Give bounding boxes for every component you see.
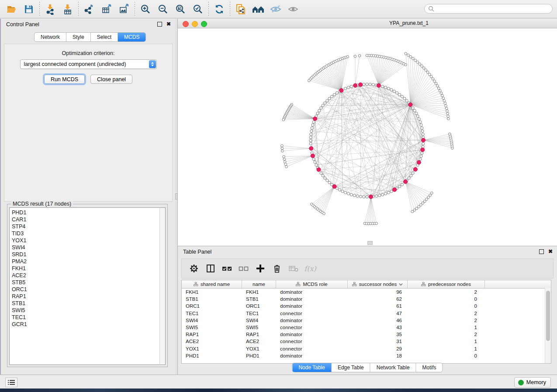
column-header-mcds-role[interactable]: MCDS role	[276, 280, 348, 288]
table-row[interactable]: SWI4 SWI4 dominator 46 2	[182, 317, 551, 324]
network-canvas[interactable]	[178, 28, 557, 245]
unchecked-boxes-icon	[238, 264, 249, 273]
mcds-node-label[interactable]: TEC1	[12, 314, 160, 321]
mcds-node-label[interactable]: GCR1	[12, 321, 160, 328]
mcds-node-label[interactable]: PHD1	[12, 209, 160, 216]
cell-successor-nodes: 61	[348, 303, 408, 309]
cell-shared-name: RAP1	[182, 332, 242, 337]
trash-icon	[272, 264, 282, 273]
table-settings-button[interactable]	[187, 261, 201, 276]
table-row[interactable]: PHD1 PHD1 dominator 18 0	[182, 352, 551, 359]
cell-name: RAP1	[242, 332, 276, 337]
delete-columns-button[interactable]	[270, 261, 284, 276]
mcds-node-label[interactable]: STB1	[12, 300, 160, 307]
cell-successor-nodes: 31	[348, 339, 408, 344]
table-scrollbar[interactable]	[545, 288, 551, 363]
column-header-shared-name[interactable]: shared name	[182, 280, 242, 288]
table-row[interactable]: RAP1 RAP1 dominator 35 2	[182, 331, 551, 338]
sort-descending-icon	[399, 283, 403, 286]
show-graphics-details-button[interactable]	[284, 1, 302, 17]
tab-select[interactable]: Select	[91, 33, 118, 41]
mcds-node-label[interactable]: TID3	[12, 230, 160, 237]
cell-shared-name: ORC1	[182, 303, 242, 309]
show-columns-button[interactable]	[204, 261, 218, 276]
table-row[interactable]: TEC1 TEC1 connector 47 2	[182, 310, 551, 317]
search-input[interactable]	[436, 5, 549, 12]
network-canvas-svg[interactable]	[178, 28, 557, 245]
table-row[interactable]: STB1 STB1 dominator 62 0	[182, 296, 551, 303]
duplicate-network-button[interactable]	[232, 1, 249, 17]
task-history-button[interactable]	[5, 378, 17, 387]
close-panel-icon[interactable]: ✖	[166, 21, 171, 27]
run-mcds-button[interactable]: Run MCDS	[44, 75, 85, 84]
table-panel-title: Table Panel	[183, 249, 211, 255]
cell-successor-nodes: 46	[348, 318, 408, 323]
cell-shared-name: SWI4	[182, 318, 242, 323]
delete-table-button[interactable]	[287, 261, 301, 276]
toolbar-separator	[208, 2, 209, 17]
import-table-button[interactable]	[59, 1, 76, 17]
mcds-node-label[interactable]: YOX1	[12, 237, 160, 244]
column-header-successor-nodes[interactable]: successor nodes	[348, 280, 408, 288]
tab-network[interactable]: Network	[35, 33, 66, 41]
hide-graphics-details-button[interactable]	[267, 1, 284, 17]
mcds-node-label[interactable]: STB5	[12, 279, 160, 286]
tab-node-table[interactable]: Node Table	[292, 363, 332, 372]
function-builder-button[interactable]: f(x)	[303, 261, 317, 276]
mcds-node-label[interactable]: RAP1	[12, 293, 160, 300]
float-panel-icon[interactable]	[157, 22, 162, 27]
tab-network-table[interactable]: Network Table	[370, 363, 416, 372]
mcds-node-label[interactable]: SRD1	[12, 251, 160, 258]
export-image-button[interactable]	[115, 1, 133, 17]
mcds-list-scrollbar[interactable]	[159, 207, 166, 365]
tab-edge-table[interactable]: Edge Table	[332, 363, 370, 372]
column-header-name[interactable]: name	[242, 280, 276, 288]
export-network-button[interactable]	[80, 1, 98, 17]
control-panel-tabs: Network Style Select MCDS	[34, 32, 146, 42]
mcds-node-label[interactable]: SWI5	[12, 307, 160, 314]
table-row[interactable]: ORC1 ORC1 dominator 61 0	[182, 303, 551, 309]
zoom-out-button[interactable]	[154, 1, 172, 17]
namespace-icon	[194, 282, 198, 286]
tab-mcds[interactable]: MCDS	[118, 33, 145, 41]
create-column-button[interactable]	[253, 261, 267, 276]
search-box	[424, 4, 553, 14]
mcds-node-label[interactable]: CAR1	[12, 216, 160, 223]
mcds-node-label[interactable]: STP4	[12, 223, 160, 230]
float-panel-icon[interactable]	[539, 249, 544, 254]
column-header-predecessor-nodes[interactable]: predecessor nodes	[408, 280, 485, 288]
mcds-node-label[interactable]: PMA2	[12, 258, 160, 265]
zoom-in-icon	[140, 3, 151, 15]
mcds-result-list[interactable]: PHD1CAR1STP4TID3YOX1SWI4SRD1PMA2FKH1ACE2…	[9, 207, 160, 365]
table-row[interactable]: FKH1 FKH1 dominator 96 2	[182, 289, 551, 296]
horizontal-splitter-grip[interactable]	[367, 241, 373, 245]
deselect-all-button[interactable]	[237, 261, 251, 276]
export-table-button[interactable]	[98, 1, 115, 17]
mcds-node-label[interactable]: SWI4	[12, 244, 160, 251]
table-row[interactable]: SWI5 SWI5 connector 43 1	[182, 324, 551, 331]
zoom-selected-button[interactable]	[189, 1, 207, 17]
save-session-button[interactable]	[20, 1, 38, 17]
zoom-in-button[interactable]	[137, 1, 154, 17]
scrollbar-thumb[interactable]	[546, 291, 550, 341]
zoom-fit-button[interactable]	[172, 1, 189, 17]
close-panel-button[interactable]: Close panel	[90, 75, 132, 84]
close-panel-icon[interactable]: ✖	[548, 249, 553, 254]
eye-icon	[287, 3, 299, 15]
open-session-button[interactable]	[3, 1, 20, 17]
tab-style[interactable]: Style	[66, 33, 91, 41]
mcds-node-label[interactable]: ORC1	[12, 286, 160, 293]
table-row[interactable]: YOX1 YOX1 connector 29 1	[182, 345, 551, 352]
tab-motifs[interactable]: Motifs	[416, 363, 443, 372]
optimization-criterion-select[interactable]: largest connected component (undirected)	[20, 59, 157, 69]
memory-button[interactable]: Memory	[514, 377, 551, 388]
import-network-button[interactable]	[42, 1, 59, 17]
first-neighbors-button[interactable]	[249, 1, 267, 17]
cell-shared-name: ACE2	[182, 339, 242, 344]
table-row[interactable]: ACE2 ACE2 connector 31 1	[182, 338, 551, 345]
mcds-node-label[interactable]: FKH1	[12, 265, 160, 272]
cell-mcds-role: connector	[276, 346, 348, 351]
select-all-button[interactable]	[220, 261, 234, 276]
apply-style-button[interactable]	[211, 1, 228, 17]
mcds-node-label[interactable]: ACE2	[12, 272, 160, 279]
